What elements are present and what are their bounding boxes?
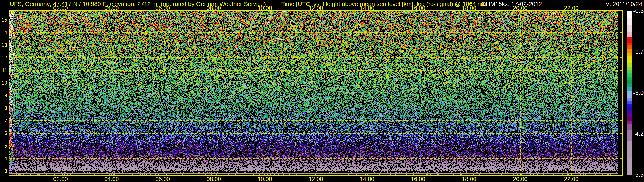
x-tick-label-bottom: 06:00: [150, 176, 176, 182]
x-tick-label-bottom: 14:00: [354, 176, 380, 182]
x-tick-label-bottom: 18:00: [456, 176, 482, 182]
y-tick-label: 12.: [0, 55, 8, 61]
y-tick-label: 9.: [0, 92, 8, 98]
x-tick-label-bottom: 08:00: [201, 176, 227, 182]
x-tick-label-bottom: 20:00: [507, 176, 533, 182]
y-tick-label: 3.: [0, 168, 8, 174]
y-tick-label: 10.: [0, 80, 8, 86]
y-tick-label: 4.: [0, 156, 8, 162]
colorbar-tick-label: -0.50: [633, 7, 644, 14]
y-tick-label: 13.: [0, 42, 8, 48]
x-tick-label-bottom: 10:00: [252, 176, 278, 182]
x-tick-label-bottom: 22:00: [558, 176, 584, 182]
colorbar-tick-label: -1.75: [633, 48, 644, 55]
colorbar-tick-label: -4.25: [633, 130, 644, 137]
colorbar-tick-label: -3.00: [633, 90, 644, 96]
y-tick-label: 7.: [0, 118, 8, 124]
y-tick-label: 15.: [0, 17, 8, 23]
backscatter-noise-canvas: [10, 11, 622, 175]
x-tick-label-bottom: 04:00: [99, 176, 124, 182]
ceilometer-quicklook: UFS, Germany; 47.417 N / 10.980 E; eleva…: [0, 0, 644, 182]
x-tick-label-bottom: 02:00: [48, 176, 74, 182]
y-tick-label: 5.: [0, 143, 8, 149]
x-tick-label-bottom: 16:00: [405, 176, 431, 182]
y-tick-label: 8.: [0, 105, 8, 111]
x-tick-label-bottom: 12:00: [303, 176, 329, 182]
y-tick-label: 6.: [0, 130, 8, 136]
y-tick-label: 14.: [0, 30, 8, 36]
plot-area: [9, 10, 623, 176]
software-version: V: 2011/10/24: [605, 1, 642, 7]
colorbar-tick-label: -5.50: [633, 171, 644, 178]
colorbar: [627, 11, 632, 175]
y-tick-label: 11.: [0, 67, 8, 73]
